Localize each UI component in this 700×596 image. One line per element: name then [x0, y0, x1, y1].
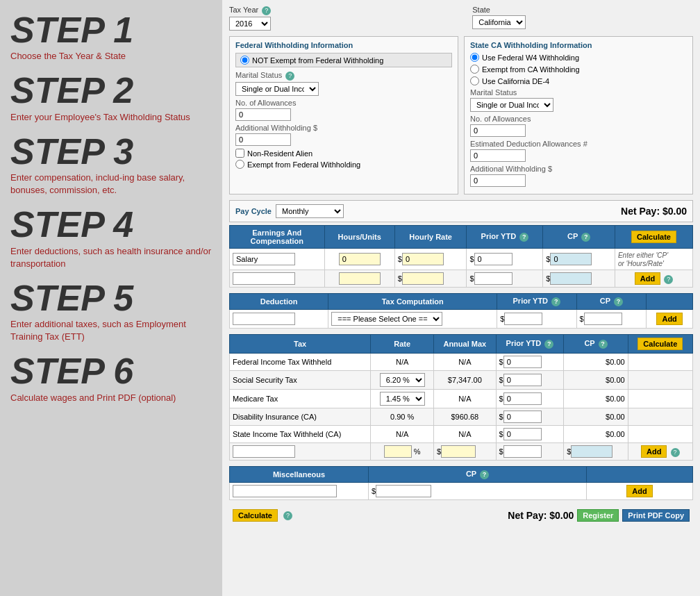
tax-cp-info[interactable]: ?: [599, 340, 608, 349]
earnings-hours-input-2[interactable]: [339, 272, 381, 285]
state-allowances-input[interactable]: [470, 124, 526, 137]
non-resident-label: Non-Resident Alien: [247, 149, 312, 158]
deduction-cp-col-header: CP ?: [576, 294, 647, 310]
net-pay-top: Net Pay: $0.00: [621, 206, 687, 217]
earnings-rate-input-1[interactable]: [402, 253, 444, 265]
custom-tax-label-input[interactable]: [233, 445, 295, 458]
federal-marital-label: Marital Status ?: [235, 71, 452, 81]
earnings-rate-input-2[interactable]: [402, 272, 444, 285]
earnings-label-input-1[interactable]: [233, 253, 295, 265]
earnings-add-btn[interactable]: Add: [635, 272, 660, 285]
exempt-radio[interactable]: [235, 160, 244, 169]
step4-desc: Enter deductions, such as health insuran…: [10, 245, 212, 270]
state-radio1[interactable]: [470, 53, 479, 62]
step6-desc: Calculate wages and Print PDF (optional): [10, 392, 212, 404]
non-resident-checkbox[interactable]: [235, 149, 244, 158]
social-security-rate-select[interactable]: 6.20 %: [380, 373, 425, 387]
tax-add-info-icon[interactable]: ?: [671, 448, 680, 457]
deduction-ytd-input[interactable]: [504, 313, 542, 325]
custom-tax-cp-input[interactable]: [571, 445, 612, 458]
tax-calculate-btn[interactable]: Calculate: [638, 338, 683, 350]
pay-cycle-select[interactable]: Monthly Weekly Bi-Weekly Semi-Monthly Da…: [276, 204, 344, 218]
medicare-rate-select[interactable]: 1.45 %: [380, 392, 425, 406]
deduction-add-btn[interactable]: Add: [656, 313, 682, 325]
tax-year-label: Tax Year ?: [229, 6, 271, 15]
tax-year-select[interactable]: 2016: [229, 17, 271, 31]
earnings-col-header: Earnings AndCompensation: [230, 226, 325, 249]
not-exempt-radio[interactable]: [240, 56, 249, 65]
federal-marital-select[interactable]: Single or Dual Income Mar Married Head o…: [235, 82, 319, 96]
earnings-hours-input-1[interactable]: [339, 253, 381, 265]
tax-add-btn[interactable]: Add: [641, 445, 667, 458]
pay-cycle-label: Pay Cycle: [235, 207, 272, 215]
social-security-label: Social Security Tax: [230, 371, 371, 390]
federal-marital-info-icon[interactable]: ?: [285, 72, 294, 81]
deduction-table: Deduction Tax Computation Prior YTD ? CP…: [229, 293, 693, 329]
state-income-ytd-input[interactable]: [503, 428, 542, 440]
social-security-ytd-input[interactable]: [503, 374, 542, 386]
earnings-cp-input-1[interactable]: [550, 253, 592, 265]
state-est-deduction-input[interactable]: [470, 149, 526, 162]
custom-tax-ytd-input[interactable]: [503, 445, 542, 458]
earnings-calculate-btn[interactable]: Calculate: [631, 231, 676, 243]
deduction-cp-input[interactable]: [584, 313, 622, 325]
table-row: Social Security Tax 6.20 % $7,347.00 $ $…: [230, 371, 693, 390]
earnings-cp-input-2[interactable]: [550, 272, 592, 285]
print-pdf-btn[interactable]: Print PDF Copy: [622, 509, 690, 522]
deduction-col-header: Deduction: [230, 294, 328, 310]
earnings-ytd-input-2[interactable]: [474, 272, 512, 285]
annual-max-col-header: Annual Max: [434, 335, 496, 354]
federal-allowances-input[interactable]: [235, 108, 291, 121]
table-row: $ $ $ Add ?: [230, 270, 693, 288]
earnings-table: Earnings AndCompensation Hours/Units Hou…: [229, 225, 693, 288]
deduction-computation-select[interactable]: === Please Select One ===: [331, 312, 442, 326]
state-additional-input[interactable]: [470, 174, 526, 187]
earnings-ytd-input-1[interactable]: [474, 253, 512, 265]
calculate-btn[interactable]: Calculate: [233, 509, 278, 522]
cp-info-icon[interactable]: ?: [581, 233, 590, 242]
disability-ytd-input[interactable]: [503, 411, 542, 423]
federal-income-tax-max: N/A: [434, 354, 496, 371]
table-row: === Please Select One === $ $ Add: [230, 310, 693, 329]
earnings-add-info-icon[interactable]: ?: [664, 275, 673, 284]
tax-ytd-info[interactable]: ?: [544, 340, 553, 349]
misc-cp-input[interactable]: [376, 485, 431, 497]
federal-income-ytd-input[interactable]: [503, 356, 542, 368]
state-radio3[interactable]: [470, 76, 479, 85]
state-marital-select[interactable]: Single or Dual Income Mar Married: [470, 98, 553, 112]
register-btn[interactable]: Register: [577, 509, 619, 522]
step6-title: STEP 6: [10, 351, 212, 391]
calculate-info-icon[interactable]: ?: [283, 511, 292, 520]
misc-cp-info[interactable]: ?: [480, 470, 489, 479]
earnings-action-col-header: Calculate: [615, 226, 692, 249]
deduction-cp-info[interactable]: ?: [614, 297, 623, 306]
federal-panel: Federal Withholding Information NOT Exem…: [229, 36, 458, 194]
medicare-ytd-input[interactable]: [503, 392, 542, 405]
earnings-hint: Enter either 'CP'or 'Hours/Rate': [618, 251, 668, 267]
custom-tax-max-input[interactable]: [441, 445, 476, 458]
misc-label-input[interactable]: [233, 485, 337, 497]
federal-income-tax-label: Federal Income Tax Withheld: [230, 354, 371, 371]
tax-table: Tax Rate Annual Max Prior YTD ? CP ? Cal…: [229, 334, 693, 461]
state-label: State: [472, 6, 526, 14]
state-panel-title: State CA Withholding Information: [470, 41, 687, 49]
misc-add-btn[interactable]: Add: [626, 485, 652, 497]
non-resident-row: Non-Resident Alien: [235, 149, 452, 158]
deduction-ytd-info[interactable]: ?: [551, 297, 560, 306]
state-allowances-row: No. of Allowances: [470, 115, 687, 137]
state-radio2[interactable]: [470, 65, 479, 74]
deduction-label-input[interactable]: [233, 313, 295, 325]
tax-year-info-icon[interactable]: ?: [262, 6, 271, 15]
custom-tax-rate-input[interactable]: [384, 445, 412, 458]
prior-ytd-info-icon[interactable]: ?: [519, 233, 528, 242]
federal-additional-input[interactable]: [235, 133, 291, 146]
earnings-label-input-2[interactable]: [233, 272, 295, 285]
pay-cycle-row: Pay Cycle Monthly Weekly Bi-Weekly Semi-…: [229, 200, 693, 222]
state-select[interactable]: California: [472, 15, 526, 29]
state-income-rate: N/A: [371, 426, 434, 443]
hourly-rate-col-header: Hourly Rate: [394, 226, 467, 249]
federal-additional-row: Additional Withholding $: [235, 124, 452, 146]
tax-ytd-col-header: Prior YTD ?: [496, 335, 564, 354]
state-additional-label: Additional Withholding $: [470, 165, 687, 173]
federal-additional-label: Additional Withholding $: [235, 124, 452, 132]
